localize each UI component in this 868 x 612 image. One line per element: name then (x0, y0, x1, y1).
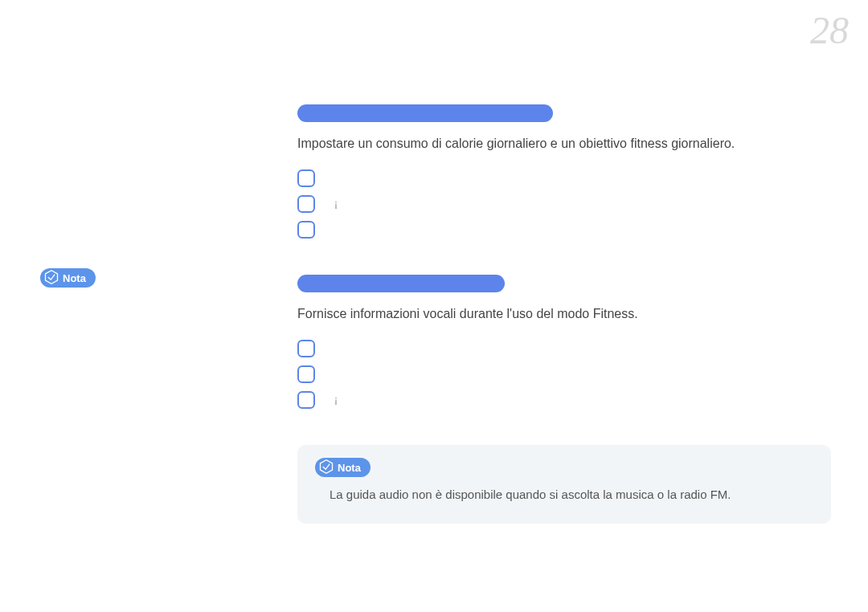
box-check-icon (43, 269, 59, 288)
note-text: La guida audio non è disponibile quando … (330, 488, 813, 501)
checkbox-icon[interactable] (297, 169, 315, 187)
nota-label: Nota (63, 272, 86, 284)
section-obiettivo: Obiettivo giornaliero Impostare un consu… (297, 104, 812, 243)
checkbox-icon[interactable] (297, 221, 315, 239)
nota-badge-left: Nota (40, 268, 96, 288)
section-title-1: Obiettivo giornaliero (297, 104, 553, 122)
list-item (297, 336, 812, 361)
section-guida-audio: Guida audio Fornisce informazioni vocali… (297, 275, 812, 413)
section-title-2: Guida audio (297, 275, 505, 292)
list-item (297, 361, 812, 387)
list-item: ¡ (297, 191, 812, 217)
box-check-icon (318, 459, 334, 477)
nota-badge-box: Nota (315, 458, 371, 477)
list-item (297, 217, 812, 243)
checkbox-icon[interactable] (297, 195, 315, 213)
checkbox-icon[interactable] (297, 340, 315, 357)
list-item (297, 165, 812, 191)
list-item: ¡ (297, 387, 812, 413)
check-list-2: ¡ (297, 336, 812, 413)
nota-label: Nota (338, 462, 361, 474)
info-icon: ¡ (331, 395, 341, 405)
info-icon: ¡ (331, 199, 341, 209)
section-desc-2: Fornisce informazioni vocali durante l'u… (297, 307, 812, 321)
note-box: Nota La guida audio non è disponibile qu… (297, 445, 831, 524)
check-list-1: ¡ (297, 165, 812, 243)
checkbox-icon[interactable] (297, 365, 315, 383)
checkbox-icon[interactable] (297, 391, 315, 409)
page-number: 28 (810, 8, 849, 52)
section-desc-1: Impostare un consumo di calorie giornali… (297, 137, 812, 151)
